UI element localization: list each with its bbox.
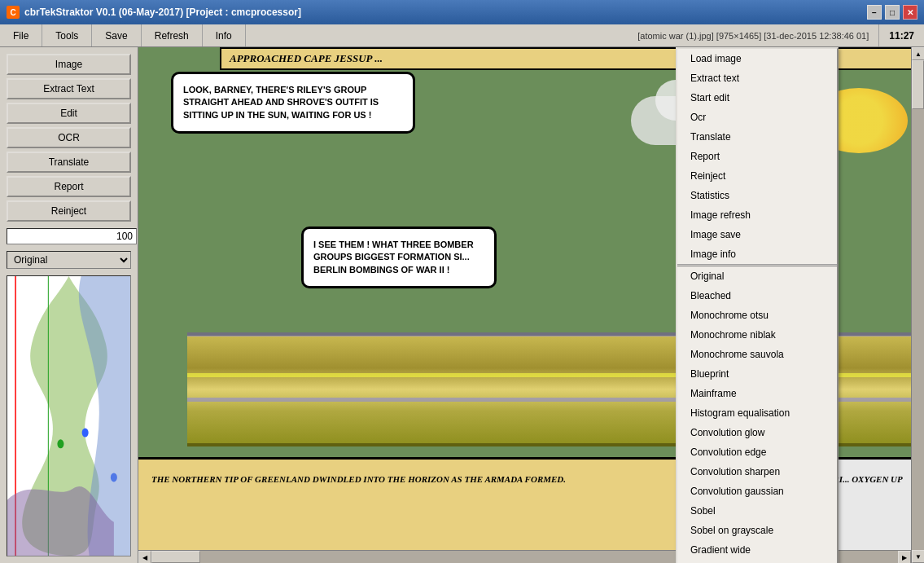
main-layout: Image Extract Text Edit OCR Translate Re…: [0, 47, 924, 563]
waveform-label: Ω: [7, 420, 9, 427]
menu-image-info[interactable]: Image info: [677, 244, 837, 264]
menu-monochrome-sauvola[interactable]: Monochrome sauvola: [677, 345, 837, 364]
zoom-spinner: 100 ▲ ▼: [7, 228, 131, 244]
waveform-chart: [7, 276, 130, 556]
title-bar: C cbrTekStraktor V0.1 (06-May-2017) [Pro…: [0, 0, 924, 24]
menu-report[interactable]: Report: [677, 147, 837, 166]
title-bar-title: cbrTekStraktor V0.1 (06-May-2017) [Proje…: [24, 7, 301, 18]
translate-button[interactable]: Translate: [7, 152, 131, 173]
dropdown-section-2: Original Bleached Monochrome otsu Monoch…: [677, 266, 837, 563]
menu-reinject[interactable]: Reinject: [677, 166, 837, 186]
scroll-left-button[interactable]: ◀: [138, 551, 151, 563]
menu-gradient-narrow[interactable]: Gradient narrow: [677, 560, 837, 563]
menu-blueprint[interactable]: Blueprint: [677, 364, 837, 384]
scroll-track-v[interactable]: [912, 60, 924, 550]
menu-histogram[interactable]: Histogram equalisation: [677, 403, 837, 423]
menu-save[interactable]: Save: [92, 24, 141, 46]
image-button[interactable]: Image: [7, 54, 131, 75]
maximize-button[interactable]: □: [885, 5, 900, 20]
svg-point-3: [57, 439, 63, 448]
menu-convolution-glow[interactable]: Convolution glow: [677, 423, 837, 442]
menu-load-image[interactable]: Load image: [677, 49, 837, 68]
scroll-up-button[interactable]: ▲: [912, 47, 924, 60]
scroll-thumb-v[interactable]: [912, 60, 924, 109]
extract-text-button[interactable]: Extract Text: [7, 78, 131, 99]
menu-extract-text[interactable]: Extract text: [677, 68, 837, 88]
menu-monochrome-otsu[interactable]: Monochrome otsu: [677, 306, 837, 325]
scrollbar-vertical[interactable]: ▲ ▼: [911, 47, 924, 563]
app-icon: C: [7, 6, 20, 19]
menu-info[interactable]: Info: [203, 24, 246, 46]
title-bar-controls: − □ ✕: [867, 5, 917, 20]
menu-tools[interactable]: Tools: [42, 24, 92, 46]
comic-speech-2: I SEE THEM ! WHAT THREE BOMBER GROUPS BI…: [301, 227, 497, 288]
menu-ocr[interactable]: Ocr: [677, 108, 837, 127]
content-area: APPROACHED CAPE JESSUP ... LOOK, BARNEY,…: [138, 47, 924, 563]
menu-mainframe[interactable]: Mainframe: [677, 384, 837, 403]
menu-monochrome-niblak[interactable]: Monochrome niblak: [677, 325, 837, 345]
menu-translate[interactable]: Translate: [677, 127, 837, 147]
ocr-button[interactable]: OCR: [7, 127, 131, 148]
menu-bar: File Tools Save Refresh Info [atomic war…: [0, 24, 924, 47]
menu-convolution-gaussian[interactable]: Convolution gaussian: [677, 482, 837, 501]
menu-gradient-wide[interactable]: Gradient wide: [677, 540, 837, 560]
menu-sobel-grayscale[interactable]: Sobel on grayscale: [677, 521, 837, 540]
comic-speech-1: LOOK, BARNEY, THERE'S RILEY'S GROUP STRA…: [171, 72, 415, 134]
zoom-input[interactable]: 100: [7, 228, 137, 244]
menu-original[interactable]: Original: [677, 266, 837, 286]
minimize-button[interactable]: −: [867, 5, 882, 20]
scroll-right-button[interactable]: ▶: [898, 551, 911, 563]
clock: 11:27: [878, 24, 924, 46]
view-mode-select[interactable]: Original Bleached Monochrome otsu Monoch…: [7, 251, 131, 269]
edit-button[interactable]: Edit: [7, 103, 131, 124]
waveform-area: Ω: [7, 275, 131, 556]
scroll-down-button[interactable]: ▼: [912, 550, 924, 563]
bottom-left-caption: THE NORTHERN TIP OF GREENLAND DWINDLED I…: [138, 460, 696, 563]
dropdown-menu: Load image Extract text Start edit Ocr T…: [676, 47, 839, 563]
menu-image-save[interactable]: Image save: [677, 225, 837, 244]
menu-statistics[interactable]: Statistics: [677, 186, 837, 205]
menu-convolution-edge[interactable]: Convolution edge: [677, 442, 837, 462]
scroll-thumb-h[interactable]: [151, 551, 200, 563]
menu-refresh[interactable]: Refresh: [142, 24, 203, 46]
report-button[interactable]: Report: [7, 176, 131, 197]
dropdown-section-1: Load image Extract text Start edit Ocr T…: [677, 49, 837, 265]
menu-image-refresh[interactable]: Image refresh: [677, 205, 837, 225]
status-info: [atomic war (1).jpg] [975×1465] [31-dec-…: [628, 24, 878, 46]
menu-sobel[interactable]: Sobel: [677, 501, 837, 521]
close-button[interactable]: ✕: [903, 5, 917, 20]
menu-convolution-sharpen[interactable]: Convolution sharpen: [677, 462, 837, 482]
title-bar-left: C cbrTekStraktor V0.1 (06-May-2017) [Pro…: [7, 6, 301, 19]
menu-start-edit[interactable]: Start edit: [677, 88, 837, 108]
reinject-button[interactable]: Reinject: [7, 200, 131, 222]
sidebar: Image Extract Text Edit OCR Translate Re…: [0, 47, 138, 563]
menu-bleached[interactable]: Bleached: [677, 286, 837, 306]
svg-point-1: [82, 429, 89, 438]
menu-file[interactable]: File: [0, 24, 42, 46]
